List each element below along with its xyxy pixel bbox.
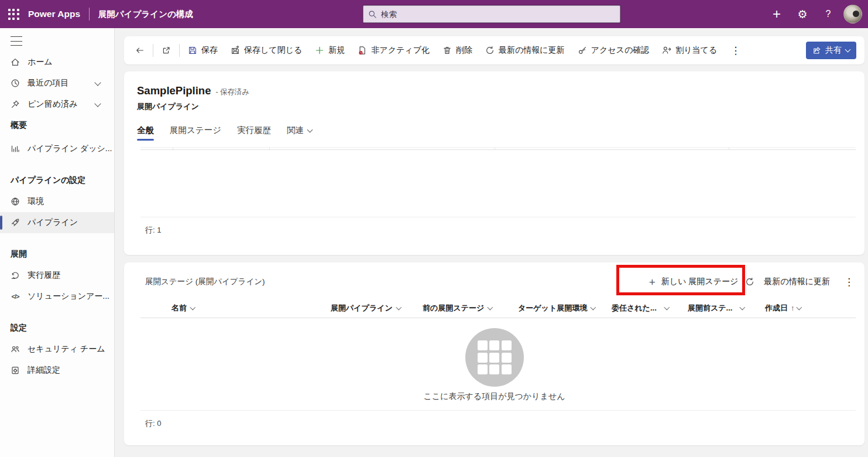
global-search[interactable] bbox=[363, 5, 620, 23]
check-access-button[interactable]: アクセスの確認 bbox=[571, 40, 656, 61]
search-input[interactable] bbox=[381, 10, 615, 19]
empty-state: ここに表示する項目が見つかりません bbox=[124, 328, 864, 402]
subgrid-commands: + 新しい 展開ステージ 最新の情報に更新 ⋮ bbox=[643, 271, 864, 293]
sidebar-item-environments[interactable]: 環境 bbox=[0, 191, 114, 212]
new-button[interactable]: 新規 bbox=[308, 40, 351, 61]
plus-icon: + bbox=[649, 277, 656, 288]
column-created-on[interactable]: 作成日↑ bbox=[765, 298, 801, 318]
back-icon bbox=[135, 46, 145, 55]
column-delegated[interactable]: 委任された... bbox=[612, 298, 668, 318]
table-header-row: 名前 展開パイプライン 前の展開ステージ ターゲット展開環境 委任された... … bbox=[124, 298, 864, 318]
people-icon bbox=[11, 345, 20, 354]
chevron-down-icon bbox=[664, 304, 669, 309]
subgrid-title: 展開ステージ (展開パイプライン) bbox=[145, 277, 265, 287]
chevron-down-icon bbox=[190, 304, 195, 309]
column-name[interactable]: 名前 bbox=[171, 298, 195, 318]
chevron-down-icon bbox=[591, 304, 596, 309]
assign-person-icon bbox=[662, 46, 671, 55]
refresh-button[interactable]: 最新の情報に更新 bbox=[479, 40, 571, 61]
command-bar: 保存 保存して閉じる 新規 非アクティブ化 削除 最新の情報に更新 アクセスの確… bbox=[124, 36, 864, 64]
popout-button[interactable] bbox=[155, 40, 177, 61]
more-commands-button[interactable]: ⋮ bbox=[723, 45, 747, 57]
clock-icon bbox=[11, 79, 20, 88]
column-pipeline[interactable]: 展開パイプライン bbox=[331, 298, 400, 318]
sidebar-item-recent[interactable]: 最近の項目 bbox=[0, 73, 114, 94]
save-button[interactable]: 保存 bbox=[181, 40, 224, 61]
save-icon bbox=[188, 46, 197, 55]
row-count: 行: 0 bbox=[145, 418, 161, 429]
chevron-down-icon bbox=[488, 304, 493, 309]
chevron-down-icon bbox=[307, 127, 313, 133]
column-target-environment[interactable]: ターゲット展開環境 bbox=[518, 298, 595, 318]
advanced-settings-icon bbox=[11, 366, 20, 375]
chevron-down-icon[interactable] bbox=[94, 79, 101, 86]
chevron-down-icon bbox=[796, 304, 801, 309]
delete-button[interactable]: 削除 bbox=[436, 40, 479, 61]
column-previous-stage[interactable]: 前の展開ステージ bbox=[423, 298, 492, 318]
refresh-icon[interactable] bbox=[745, 277, 754, 287]
save-and-close-button[interactable]: 保存して閉じる bbox=[224, 40, 308, 61]
home-icon bbox=[11, 57, 20, 67]
nav-section-deploy: 展開 bbox=[0, 244, 114, 265]
record-title: SamplePipline bbox=[137, 84, 211, 97]
sidebar-item-pinned[interactable]: ピン留め済み bbox=[0, 94, 114, 115]
app-launcher-icon[interactable] bbox=[0, 0, 27, 28]
sort-ascending-icon: ↑ bbox=[791, 303, 795, 312]
sidebar-item-home[interactable]: ホーム bbox=[0, 52, 114, 73]
app-title: 展開パイプラインの構成 bbox=[98, 9, 193, 20]
back-button[interactable] bbox=[129, 40, 151, 61]
sidebar-item-run-history[interactable]: 実行履歴 bbox=[0, 265, 114, 286]
deactivate-button[interactable]: 非アクティブ化 bbox=[351, 40, 436, 61]
history-icon bbox=[11, 271, 20, 280]
nav-section-pipeline-settings: パイプラインの設定 bbox=[0, 170, 114, 191]
popout-icon bbox=[162, 46, 171, 55]
grid-remnant bbox=[140, 147, 856, 150]
subgrid-refresh-button[interactable]: 最新の情報に更新 bbox=[758, 271, 836, 292]
sidebar-item-advanced-settings[interactable]: 詳細設定 bbox=[0, 360, 114, 381]
column-predeployment-step[interactable]: 展開前ステ... bbox=[688, 298, 745, 318]
main-content: 保存 保存して閉じる 新規 非アクティブ化 削除 最新の情報に更新 アクセスの確… bbox=[115, 28, 868, 457]
refresh-icon bbox=[485, 46, 495, 55]
quick-create-button[interactable]: + bbox=[764, 0, 790, 28]
rocket-icon bbox=[11, 218, 20, 227]
sidebar-item-pipelines[interactable]: パイプライン bbox=[0, 212, 114, 233]
tab-general[interactable]: 全般 bbox=[137, 125, 154, 141]
header-divider bbox=[89, 8, 90, 21]
pin-icon bbox=[11, 100, 20, 109]
empty-state-text: ここに表示する項目が見つかりません bbox=[424, 391, 565, 402]
divider bbox=[179, 44, 180, 57]
nav-section-settings: 設定 bbox=[0, 318, 114, 339]
key-icon bbox=[578, 46, 587, 55]
subgrid-more-button[interactable]: ⋮ bbox=[836, 276, 864, 288]
assign-button[interactable]: 割り当てる bbox=[656, 40, 723, 61]
entity-name: 展開パイプライン bbox=[137, 101, 864, 112]
app-header: Power Apps 展開パイプラインの構成 + ⚙ ? bbox=[0, 0, 868, 28]
dashboard-icon bbox=[11, 144, 20, 154]
sidebar-item-solution-artifacts[interactable]: </> ソリューションアー... bbox=[0, 286, 114, 307]
chevron-down-icon bbox=[740, 304, 745, 309]
chevron-down-icon bbox=[396, 304, 401, 309]
nav-toggle-icon[interactable] bbox=[11, 36, 22, 46]
sidebar-item-pipeline-dashboards[interactable]: パイプライン ダッシ... bbox=[0, 138, 114, 159]
settings-gear-icon[interactable]: ⚙ bbox=[790, 0, 815, 28]
tab-deployment-stages[interactable]: 展開ステージ bbox=[170, 125, 221, 141]
user-avatar[interactable] bbox=[843, 5, 862, 23]
save-close-icon bbox=[231, 46, 240, 55]
deactivate-icon bbox=[358, 46, 367, 55]
tab-related[interactable]: 関連 bbox=[287, 125, 312, 141]
divider bbox=[153, 44, 153, 57]
help-icon[interactable]: ? bbox=[815, 0, 841, 28]
divider bbox=[140, 217, 856, 217]
chevron-down-icon[interactable] bbox=[94, 100, 101, 107]
divider bbox=[140, 410, 856, 411]
nav-section-overview: 概要 bbox=[0, 115, 114, 136]
code-icon: </> bbox=[11, 293, 20, 300]
record-form-card: SamplePipline - 保存済み 展開パイプライン 全般 展開ステージ … bbox=[124, 71, 864, 255]
sidebar-item-security-teams[interactable]: セキュリティ チーム bbox=[0, 339, 114, 360]
new-deployment-stage-button[interactable]: + 新しい 展開ステージ bbox=[643, 271, 745, 292]
share-button[interactable]: 共有 bbox=[806, 42, 856, 59]
brand-logo[interactable]: Power Apps bbox=[28, 9, 80, 19]
left-navigation: ホーム 最近の項目 ピン留め済み 概要 パイプライン ダッシ... パイプライン… bbox=[0, 28, 115, 457]
tab-run-history[interactable]: 実行履歴 bbox=[237, 125, 271, 141]
share-icon bbox=[812, 46, 821, 55]
